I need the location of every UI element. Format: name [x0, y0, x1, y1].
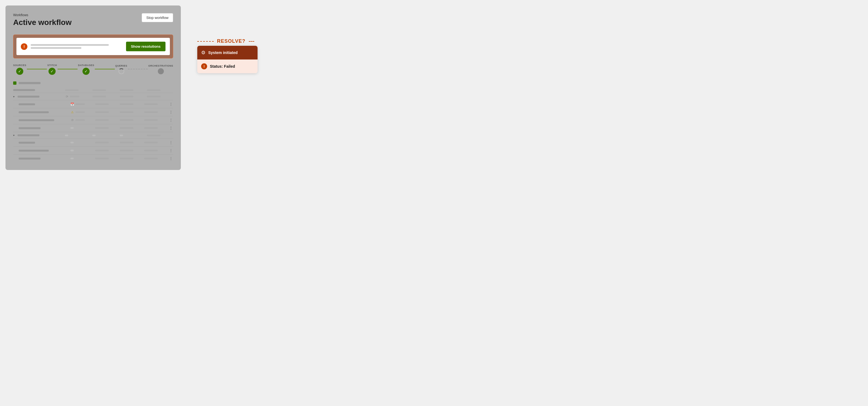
alert-text [31, 44, 123, 49]
table-row-group2-header[interactable]: ▾ [13, 132, 173, 139]
popup-system-label: System initiated [208, 50, 238, 55]
sr1-1-cell2 [95, 103, 109, 105]
sr2-1-cell3 [120, 142, 133, 143]
sr2-3-main [19, 157, 69, 160]
sr1-3-col1: ⟳ [70, 118, 94, 122]
sr1-2-cell2 [95, 111, 109, 113]
sr1-4-cols [70, 127, 168, 129]
sr2-2-main [19, 150, 69, 152]
sr2-2-cell1 [70, 150, 74, 151]
page-title: Active workflow [13, 18, 142, 27]
sr1-2-col3 [120, 111, 143, 113]
sr2-3-cols [70, 157, 168, 159]
connector-line-1 [27, 69, 47, 69]
stage-sources-label: SOURCES [13, 64, 26, 67]
group2-cols [65, 135, 173, 136]
stop-workflow-button[interactable]: Stop workflow [142, 13, 173, 22]
g1-col3 [120, 96, 146, 97]
sr1-1-cell4 [144, 103, 158, 105]
sr2-3-col1 [70, 157, 94, 159]
sr1-1-col2 [95, 103, 119, 105]
row-1-main [13, 89, 64, 91]
popup-header: ⚙ System initiated [197, 46, 257, 59]
sr1-2-cell4 [144, 111, 158, 113]
sub-row-1-3: ⟳ ⋮ [13, 116, 173, 124]
select-all-checkbox[interactable] [13, 81, 17, 85]
warning-icon: ⚠ [70, 110, 74, 114]
sr2-1-col3 [120, 142, 143, 143]
sr1-1-col1: 📅 [70, 102, 94, 106]
row-menu-2-3[interactable]: ⋮ [169, 156, 173, 161]
stages-row: SOURCES ✓ STITCH ✓ DATABASES ✓ QUERIES [13, 64, 173, 75]
row-1-col1 [65, 89, 91, 91]
sr1-2-col2 [95, 111, 119, 113]
sr2-2-col1 [70, 150, 94, 151]
sr1-4-cell1 [70, 127, 74, 129]
sr1-1-cell3 [120, 103, 133, 105]
g2-cell1 [65, 135, 68, 136]
sr2-1-col4 [144, 142, 168, 143]
row-1-cell3 [120, 89, 133, 91]
row-1-cell1 [65, 89, 79, 91]
data-table: ▾ ⟳ [13, 80, 173, 162]
sr1-3-cell4 [144, 119, 158, 121]
group2-main: ▾ [13, 134, 64, 137]
stage-databases-label: DATABASES [78, 64, 94, 67]
g1-cell4 [147, 96, 160, 97]
sr1-3-cols: ⟳ [70, 118, 168, 122]
row-menu-1-2[interactable]: ⋮ [169, 110, 173, 114]
group2-label [18, 134, 39, 136]
header-label [19, 82, 40, 84]
sr1-2-col4 [144, 111, 168, 113]
stage-queries-icon [118, 68, 124, 74]
sr2-2-cell4 [144, 150, 158, 151]
table-row-group1-header[interactable]: ▾ ⟳ [13, 93, 173, 100]
sub-row-2-2: ⋮ [13, 147, 173, 155]
sr1-4-col3 [120, 127, 143, 129]
spinner-icon-2: ⟳ [70, 118, 74, 122]
sr1-3-col3 [120, 119, 143, 121]
expand-icon-2: ▾ [13, 134, 16, 137]
g2-col2 [92, 135, 119, 136]
sr1-2-cell3 [120, 111, 133, 113]
group1-main: ▾ [13, 95, 64, 98]
sr2-2-col4 [144, 150, 168, 151]
sr1-3-label [19, 119, 54, 121]
resolve-label: RESOLVE? [217, 38, 246, 44]
alert-wrapper: ! Show resolutions [13, 34, 173, 58]
sr2-2-col3 [120, 150, 143, 151]
sr1-3-cell2 [95, 119, 109, 121]
g1-cell1 [70, 96, 80, 97]
stage-orchestrations: ORCHESTRATIONS [148, 64, 173, 74]
sr2-2-cell3 [120, 150, 133, 151]
sr2-1-main [19, 142, 69, 144]
stage-sources: SOURCES ✓ [13, 64, 26, 75]
row-menu-2-2[interactable]: ⋮ [169, 148, 173, 153]
show-resolutions-button[interactable]: Show resolutions [126, 42, 165, 51]
stage-queries-label: QUERIES [115, 64, 127, 67]
header-row: Workflows Active workflow Stop workflow [13, 13, 173, 31]
sr2-3-cell1 [70, 157, 74, 159]
connector-line-2 [58, 69, 78, 69]
sr1-1-cols: 📅 [70, 102, 168, 106]
sr1-4-col4 [144, 127, 168, 129]
dashed-connector-h2 [249, 41, 254, 42]
expand-icon-1: ▾ [13, 95, 16, 98]
row-menu-1-4[interactable]: ⋮ [169, 126, 173, 130]
row-menu-1-1[interactable]: ⋮ [169, 102, 173, 106]
sr1-1-col3 [120, 103, 143, 105]
sr1-2-label [19, 111, 49, 113]
alert-error-icon: ! [21, 43, 27, 50]
sr1-2-cols: ⚠ [70, 110, 168, 114]
calendar-icon: 📅 [70, 102, 74, 106]
sr2-1-cols [70, 142, 168, 143]
stage-orchestrations-label: ORCHESTRATIONS [148, 64, 173, 67]
row-1-cols [65, 89, 173, 91]
sr1-3-col4 [144, 119, 168, 121]
row-menu-1-3[interactable]: ⋮ [169, 118, 173, 122]
row-menu-2-1[interactable]: ⋮ [169, 140, 173, 145]
popup-body: ! Status: Failed [197, 59, 257, 73]
sr1-2-cell1 [75, 111, 85, 113]
sr1-1-cell1 [75, 103, 85, 105]
sr2-3-cell2 [95, 157, 109, 159]
